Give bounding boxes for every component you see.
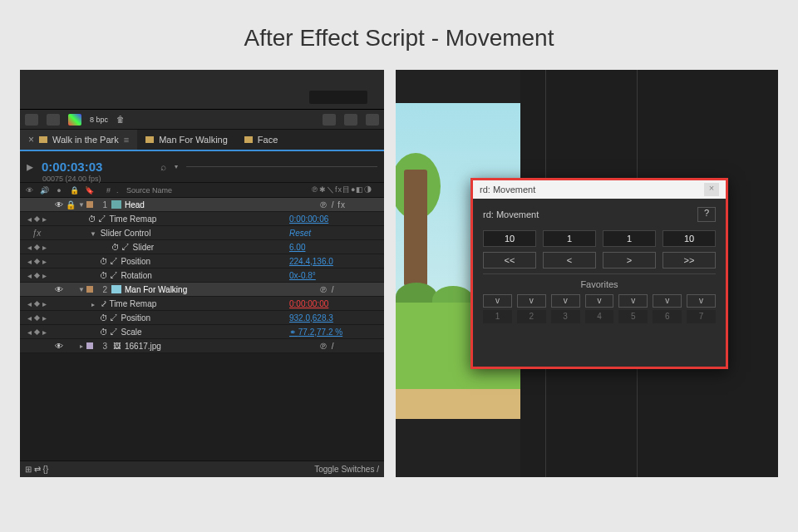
color-icon[interactable] (68, 114, 81, 126)
fav-slot-2[interactable]: 2 (517, 310, 546, 323)
prop-value[interactable]: ⚭ 77.2,77.2 % (286, 328, 384, 337)
stopwatch-icon[interactable]: ⏱ (111, 243, 120, 252)
visibility-toggle[interactable]: 👁 (53, 285, 65, 294)
eye-col-icon: 👁 (23, 186, 35, 195)
stopwatch-icon[interactable]: ⏱ (100, 271, 108, 280)
visibility-toggle[interactable]: 👁 (53, 200, 65, 209)
step-input-3[interactable]: 1 (603, 230, 656, 247)
source-col: Source Name (123, 186, 308, 195)
step-input-4[interactable]: 10 (663, 230, 716, 247)
fav-save-6[interactable]: v (653, 294, 682, 308)
keyframe-nav[interactable]: ◂▸ (20, 313, 53, 323)
prop-scale[interactable]: ◂▸ ⏱ ⤦ Scale ⚭ 77.2,77.2 % (20, 325, 384, 339)
lock-toggle[interactable]: 🔒 (65, 200, 76, 209)
search-icon[interactable]: ⌕ (160, 161, 166, 173)
stopwatch-icon[interactable]: ⏱ (88, 214, 96, 224)
nav-forward-button[interactable]: > (603, 252, 656, 268)
prop-slider[interactable]: ◂▸ ⏱ ⤦ Slider 6.00 (20, 240, 384, 254)
nav-fast-forward-button[interactable]: >> (663, 252, 716, 268)
prop-value[interactable]: 0x-0.8° (286, 271, 384, 280)
bin-icon[interactable] (25, 114, 38, 126)
layer-index: 3 (95, 342, 110, 351)
effect-slider-control[interactable]: ƒx ▼ Slider Control Reset (20, 226, 384, 240)
step-input-1[interactable]: 10 (483, 230, 536, 247)
layer-row-image[interactable]: 👁 ▸ 3 🖼 16617.jpg ℗ / (20, 339, 384, 353)
help-button[interactable]: ? (697, 207, 716, 222)
prop-value[interactable]: 224.4,136.0 (286, 257, 384, 266)
twirl-icon[interactable]: ▼ (88, 230, 98, 238)
keyframe-nav[interactable]: ◂▸ (20, 271, 53, 280)
prop-time-remap[interactable]: ◂▸ ⏱ ⤦ Time Remap 0:00:00:06 (20, 212, 384, 226)
layer-index: 1 (95, 200, 110, 209)
fav-slot-6[interactable]: 6 (653, 310, 682, 323)
close-icon[interactable]: × (704, 183, 719, 196)
step-input-2[interactable]: 1 (543, 230, 596, 247)
twirl-icon[interactable]: ▼ (76, 286, 86, 293)
layer-index: 2 (95, 285, 110, 294)
prop-time-remap-2[interactable]: ◂▸ ▸ ⤦ Time Remap 0:00:00:00 (20, 297, 384, 311)
fav-slot-1[interactable]: 1 (483, 310, 512, 323)
keyframe-nav[interactable]: ◂▸ (20, 214, 53, 224)
favorites-row: v1 v2 v3 v4 v5 v6 v7 (483, 294, 716, 323)
movement-script-panel[interactable]: rd: Movement × rd: Movement ? 10 1 1 10 … (470, 178, 728, 369)
fav-slot-3[interactable]: 3 (551, 310, 580, 323)
index-col: # (98, 186, 113, 195)
prop-rotation[interactable]: ◂▸ ⏱ ⤦ Rotation 0x-0.8° (20, 268, 384, 283)
panel-icon-2[interactable] (344, 114, 357, 126)
twirl-icon[interactable]: ▸ (76, 342, 86, 350)
close-icon[interactable]: × (28, 134, 34, 145)
fav-slot-4[interactable]: 4 (585, 310, 614, 323)
stopwatch-icon[interactable]: ⏱ (100, 328, 108, 337)
fx-badge: ƒx (20, 229, 53, 238)
fav-save-5[interactable]: v (618, 294, 648, 308)
twirl-icon[interactable]: ▼ (76, 201, 86, 209)
current-time[interactable]: 0:00:03:03 (42, 160, 102, 174)
prop-value[interactable]: 0:00:00:06 (286, 214, 384, 224)
keyframe-nav[interactable]: ◂▸ (20, 243, 53, 252)
nav-back-button[interactable]: < (543, 252, 596, 268)
panel-icon-3[interactable] (366, 114, 379, 126)
tab-label: Walk in the Park (52, 135, 119, 145)
tab-man-for-walking[interactable]: Man For Walking (137, 130, 236, 150)
layer-switches[interactable]: ℗ / (319, 342, 384, 351)
keyframe-nav[interactable]: ◂▸ (20, 257, 53, 266)
trash-icon[interactable]: 🗑 (116, 115, 125, 124)
bpc-label[interactable]: 8 bpc (90, 116, 108, 124)
visibility-toggle[interactable]: 👁 (53, 342, 65, 351)
layer-row-head[interactable]: 👁 🔒 ▼ 1 Head ℗ / fx (20, 198, 384, 212)
script-titlebar[interactable]: rd: Movement × (473, 180, 726, 199)
folder-icon[interactable] (47, 114, 60, 126)
keyframe-nav[interactable]: ◂▸ (20, 299, 53, 308)
stopwatch-icon[interactable]: ⏱ (100, 257, 108, 266)
prop-position-2[interactable]: ◂▸ ⏱ ⤦ Position 932.0,628.3 (20, 311, 384, 325)
footer-icons[interactable]: ⊞ ⇄ {} (25, 465, 48, 474)
search-input[interactable] (186, 166, 377, 167)
layer-name[interactable]: Man For Walking (123, 285, 319, 294)
toggle-switches-button[interactable]: Toggle Switches / (314, 465, 379, 474)
tab-walk-in-the-park[interactable]: × Walk in the Park ≡ (20, 130, 137, 150)
keyframe-nav[interactable]: ◂▸ (20, 328, 53, 337)
fav-slot-5[interactable]: 5 (618, 310, 648, 323)
panel-icon-1[interactable] (323, 114, 336, 126)
fav-save-4[interactable]: v (585, 294, 614, 308)
prop-position[interactable]: ◂▸ ⏱ ⤦ Position 224.4,136.0 (20, 254, 384, 268)
folder-icon (39, 136, 47, 143)
fav-save-2[interactable]: v (517, 294, 546, 308)
prop-value[interactable]: 932.0,628.3 (286, 313, 384, 323)
layer-switches[interactable]: ℗ / fx (319, 200, 384, 209)
menu-icon[interactable]: ≡ (124, 135, 129, 145)
layer-name[interactable]: 16617.jpg (123, 342, 319, 351)
fav-slot-7[interactable]: 7 (687, 310, 716, 323)
fav-save-3[interactable]: v (551, 294, 580, 308)
layer-row-man[interactable]: 👁 ▼ 2 Man For Walking ℗ / (20, 283, 384, 297)
nav-fast-back-button[interactable]: << (483, 252, 536, 268)
prop-value[interactable]: 6.00 (286, 243, 384, 252)
reset-link[interactable]: Reset (286, 229, 384, 238)
fav-save-1[interactable]: v (483, 294, 512, 308)
layer-name[interactable]: Head (123, 200, 319, 209)
tab-face[interactable]: Face (236, 130, 286, 150)
prop-value[interactable]: 0:00:00:00 (286, 299, 384, 308)
fav-save-7[interactable]: v (687, 294, 716, 308)
layer-switches[interactable]: ℗ / (319, 285, 384, 294)
stopwatch-icon[interactable]: ⏱ (100, 313, 108, 323)
